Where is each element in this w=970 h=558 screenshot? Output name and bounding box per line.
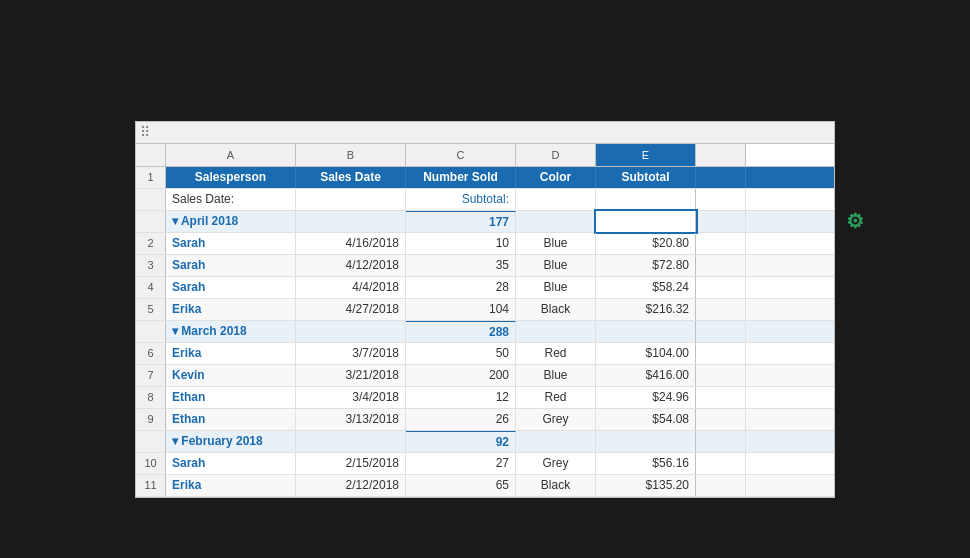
cell-extra-3: [696, 255, 746, 276]
cell-sold-9: 26: [406, 409, 516, 430]
table-row: 2 Sarah 4/16/2018 10 Blue $20.80: [136, 233, 834, 255]
cell-date-3: 4/12/2018: [296, 255, 406, 276]
table-row: 5 Erika 4/27/2018 104 Black $216.32: [136, 299, 834, 321]
cell-sold-7: 200: [406, 365, 516, 386]
cell-date-6: 3/7/2018: [296, 343, 406, 364]
col-header-a[interactable]: A: [166, 144, 296, 166]
sales-date-label: Sales Date:: [166, 189, 296, 210]
top-bar: ⠿: [136, 122, 834, 144]
cell-subtotal-11: $135.20: [596, 475, 696, 496]
march-b: [296, 321, 406, 342]
gear-icon[interactable]: ⚙: [846, 209, 864, 233]
february-b: [296, 431, 406, 452]
cell-color-10: Grey: [516, 453, 596, 474]
table-row: 8 Ethan 3/4/2018 12 Red $24.96: [136, 387, 834, 409]
cell-date-8: 3/4/2018: [296, 387, 406, 408]
cell-salesperson-10: Sarah: [166, 453, 296, 474]
cell-subtotal-3: $72.80: [596, 255, 696, 276]
february-subtotal: 92: [406, 431, 516, 452]
cell-color-2: Blue: [516, 233, 596, 254]
row-num-1: 1: [136, 167, 166, 188]
row-num-3: 3: [136, 255, 166, 276]
cell-color-8: Red: [516, 387, 596, 408]
cell-date-4: 4/4/2018: [296, 277, 406, 298]
cell-sold-10: 27: [406, 453, 516, 474]
march-subtotal: 288: [406, 321, 516, 342]
april-e[interactable]: [596, 211, 696, 232]
cell-salesperson-3: Sarah: [166, 255, 296, 276]
february-d: [516, 431, 596, 452]
row-num-10: 10: [136, 453, 166, 474]
cell-color-4: Blue: [516, 277, 596, 298]
cell-extra-6: [696, 343, 746, 364]
cell-date-11: 2/12/2018: [296, 475, 406, 496]
cell-sold-4: 28: [406, 277, 516, 298]
march-group-label[interactable]: ▾ March 2018: [166, 321, 296, 342]
move-icon[interactable]: ⠿: [136, 124, 154, 140]
march-group-header: ▾ March 2018 288: [136, 321, 834, 343]
cell-sold-2: 10: [406, 233, 516, 254]
cell-sold-5: 104: [406, 299, 516, 320]
cell-date-10: 2/15/2018: [296, 453, 406, 474]
cell-subtotal-8: $24.96: [596, 387, 696, 408]
row-num-5: 5: [136, 299, 166, 320]
cell-extra-8: [696, 387, 746, 408]
february-group-header: ▾ February 2018 92: [136, 431, 834, 453]
april-f: ⚙: [696, 211, 746, 232]
cell-salesperson-2: Sarah: [166, 233, 296, 254]
march-d: [516, 321, 596, 342]
cell-subtotal-10: $56.16: [596, 453, 696, 474]
april-group-label[interactable]: ▾ April 2018: [166, 211, 296, 232]
col-header-d[interactable]: D: [516, 144, 596, 166]
table-row: 7 Kevin 3/21/2018 200 Blue $416.00: [136, 365, 834, 387]
cell-color-3: Blue: [516, 255, 596, 276]
table-row: 6 Erika 3/7/2018 50 Red $104.00: [136, 343, 834, 365]
row-num-7: 7: [136, 365, 166, 386]
header-row: 1 Salesperson Sales Date Number Sold Col…: [136, 167, 834, 189]
col-header-e[interactable]: E: [596, 144, 696, 166]
header-number-sold: Number Sold: [406, 167, 516, 188]
spreadsheet: ⠿ A B C D E 1 Salesperson Sales Date Num…: [135, 121, 835, 498]
header-subtotal: Subtotal: [596, 167, 696, 188]
cell-color-5: Black: [516, 299, 596, 320]
cell-subtotal-4: $58.24: [596, 277, 696, 298]
sales-date-label-d: [516, 189, 596, 210]
row-num-march: [136, 321, 166, 342]
cell-subtotal-6: $104.00: [596, 343, 696, 364]
row-num-4: 4: [136, 277, 166, 298]
cell-sold-11: 65: [406, 475, 516, 496]
row-num-11: 11: [136, 475, 166, 496]
sales-date-label-e: [596, 189, 696, 210]
cell-extra-11: [696, 475, 746, 496]
cell-subtotal-9: $54.08: [596, 409, 696, 430]
cell-color-6: Red: [516, 343, 596, 364]
table-row: 11 Erika 2/12/2018 65 Black $135.20: [136, 475, 834, 497]
april-subtotal: 177: [406, 211, 516, 232]
col-header-f: [696, 144, 746, 166]
header-sales-date: Sales Date: [296, 167, 406, 188]
cell-sold-8: 12: [406, 387, 516, 408]
february-f: [696, 431, 746, 452]
col-header-c[interactable]: C: [406, 144, 516, 166]
header-extra: [696, 167, 746, 188]
table-row: 10 Sarah 2/15/2018 27 Grey $56.16: [136, 453, 834, 475]
cell-extra-9: [696, 409, 746, 430]
row-num-april: [136, 211, 166, 232]
cell-extra-5: [696, 299, 746, 320]
cell-color-11: Black: [516, 475, 596, 496]
february-group-label[interactable]: ▾ February 2018: [166, 431, 296, 452]
cell-color-9: Grey: [516, 409, 596, 430]
cell-extra-7: [696, 365, 746, 386]
cell-date-5: 4/27/2018: [296, 299, 406, 320]
cell-date-9: 3/13/2018: [296, 409, 406, 430]
col-header-b[interactable]: B: [296, 144, 406, 166]
row-num-label: [136, 189, 166, 210]
row-num-2: 2: [136, 233, 166, 254]
table-row: 9 Ethan 3/13/2018 26 Grey $54.08: [136, 409, 834, 431]
cell-salesperson-9: Ethan: [166, 409, 296, 430]
header-salesperson: Salesperson: [166, 167, 296, 188]
row-num-9: 9: [136, 409, 166, 430]
cell-extra-4: [696, 277, 746, 298]
table-row: 4 Sarah 4/4/2018 28 Blue $58.24: [136, 277, 834, 299]
column-headers: A B C D E: [136, 144, 834, 167]
